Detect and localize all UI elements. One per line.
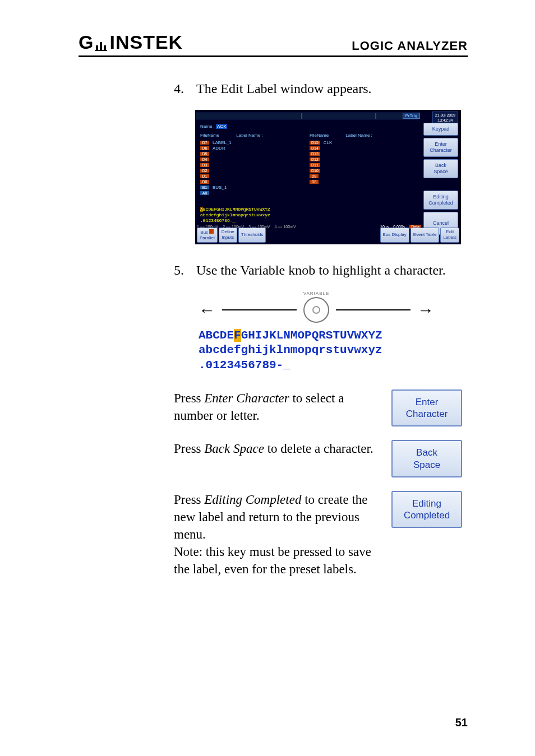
scr-chip: D2 [200,169,209,173]
arrow-right-icon: → [417,300,434,319]
sb-keypad-button[interactable]: Keypad [423,123,458,136]
arrow-line-left [222,309,297,310]
scr-sidebar: Keypad Enter Character Back Space Editin… [423,123,458,235]
scr-name-value: ACK [216,124,227,129]
prtrig-badge: PrTrig [403,113,420,119]
edit-label-screenshot: PrTrig 21 Jul 2009 13:42:34 Name : ACK F… [195,110,461,244]
scr-chip: D14 [310,146,320,150]
btm-def-l2: Inputs [222,235,234,240]
enter-character-button[interactable]: Enter Character [391,389,462,427]
btm-define-inputs-button[interactable]: Define Inputs [219,228,237,243]
scr-chip: D4 [200,157,209,161]
aec-em: Editing Completed [204,493,301,507]
scr-col-right: FileName Label Name : D15CLKD14D13D12D11… [310,133,419,196]
ab-em: Back Space [204,442,264,456]
btm-bus-l1: Bus [200,230,208,235]
btm-bus-display-button[interactable]: Bus Display [380,228,409,243]
scr-datetime: 21 Jul 2009 13:42:34 [432,112,458,124]
charset-l1-pre: ABCDE [199,329,234,342]
scr-chip: D1 [200,174,209,178]
btm-bus-l2: Parallel [200,235,215,241]
sb-back-space-button[interactable]: Back Space [423,159,458,178]
btm-event-table-button[interactable]: Event Table [411,228,440,243]
scr-right-row: D10 [310,168,419,174]
scr-chip: D13 [310,152,320,156]
svg-rect-0 [96,45,98,50]
ae-btn-l2: Character [395,408,459,420]
btm-bus-parallel-button[interactable]: Bus Parallel [197,228,218,243]
logo-g: G [79,31,93,53]
editing-completed-button[interactable]: Editing Completed [391,491,462,528]
scr-chip: D11 [310,163,320,167]
charset-l3: .0123456789-_ [199,358,434,373]
svg-rect-2 [104,45,106,50]
scr-row-label: LABEL_1 [213,140,232,145]
aec-btn-l2: Completed [395,509,459,521]
scr-row-label: CLK [324,140,333,145]
sb-editing-completed-button[interactable]: Editing Completed [423,191,458,210]
ab-post: to delete a character. [264,442,373,456]
sb-enter-l2: Character [425,147,456,154]
sb-back-l1: Back [425,163,456,169]
btm-thresholds-button[interactable]: Thresholds [238,228,266,243]
scr-chip: D0 [200,180,209,184]
scr-row-label: ADDR [213,146,225,151]
scr-row-label: BUS_1 [213,185,227,190]
variable-knob-icon [303,297,329,323]
logo-text: INSTEK [109,31,183,53]
scr-right-row: D8 [310,179,419,185]
sb-enter-char-button[interactable]: Enter Character [423,138,458,157]
scr-chip: D15 [310,141,320,145]
sb-ed-l2: Completed [425,200,456,206]
scr-right-row: D13 [310,151,419,157]
scr-left-row: D2 [200,168,310,174]
scr-chip: D8 [310,180,319,184]
scr-right-row: D15CLK [310,140,419,146]
aec-pre: Press [174,493,204,507]
ab-btn-l1: Back [395,447,459,458]
scr-col-r-filename: FileName [310,133,329,138]
ab-btn-l2: Space [395,459,459,471]
scr-left-row: D3 [200,163,310,168]
scr-left-row: A0 [200,191,310,196]
scr-col-l-labelname: Label Name : [236,133,263,138]
scr-chip: B1 [200,185,209,189]
scr-chip: D7 [200,141,209,145]
action-editing-completed: Press Editing Completed to create the ne… [174,491,462,578]
variable-knob-illustration: VARIABLE ← → ABCDEFGHIJKLNMOPQRSTUVWXYZ … [199,291,434,373]
step-5: 5. Use the Variable knob to highlight a … [174,261,462,280]
btm-edit-l2: Labels [443,235,456,240]
back-space-button[interactable]: Back Space [391,440,462,477]
scr-date-line: 21 Jul 2009 [435,113,455,118]
svg-rect-1 [100,42,102,50]
scr-chip: D10 [310,169,320,173]
scr-right-row: D9 [310,174,419,179]
charset-l2: abcdefghijklnmopqrstuvwxyz [199,343,434,358]
brand-logo: G INSTEK [79,31,183,53]
sb-ed-l1: Editing [425,194,456,200]
scr-left-row: D0 [200,179,310,185]
scr-left-row: D7LABEL_1 [200,140,310,146]
scr-col-left: FileName Label Name : D7LABEL_1D6ADDRD5D… [200,133,310,196]
scr-chip: D5 [200,152,209,156]
svg-rect-3 [95,50,107,51]
btm-edit-labels-button[interactable]: Edit Labels [440,228,459,243]
scr-charset-l1c: CDEFGHIJKLMNOPQRSTUVWXYZ [206,207,270,212]
scr-time-line: 13:42:34 [435,118,455,123]
step-4-text: The Edit Label window appears. [196,80,462,99]
aec-note: Note: this key must be pressed to save t… [174,543,378,578]
sb-enter-l1: Enter [425,141,456,147]
scr-name-label: Name : [200,124,215,129]
ae-pre: Press [174,391,204,405]
page-number: 51 [455,716,468,729]
scr-topbar [196,113,460,122]
scr-col-l-filename: FileName [200,133,219,138]
step-4: 4. The Edit Label window appears. [174,80,462,99]
action-enter-character: Press Enter Character to select a number… [174,389,462,427]
header-section-title: LOGIC ANALYZER [352,39,468,53]
scr-col-r-labelname: Label Name : [345,133,372,138]
charset-l1-post: GHIJKLNMOPQRSTUVWXYZ [241,329,382,342]
scr-chip: A0 [200,191,209,195]
scr-left-row: D4 [200,157,310,163]
logo-icon [95,34,107,51]
